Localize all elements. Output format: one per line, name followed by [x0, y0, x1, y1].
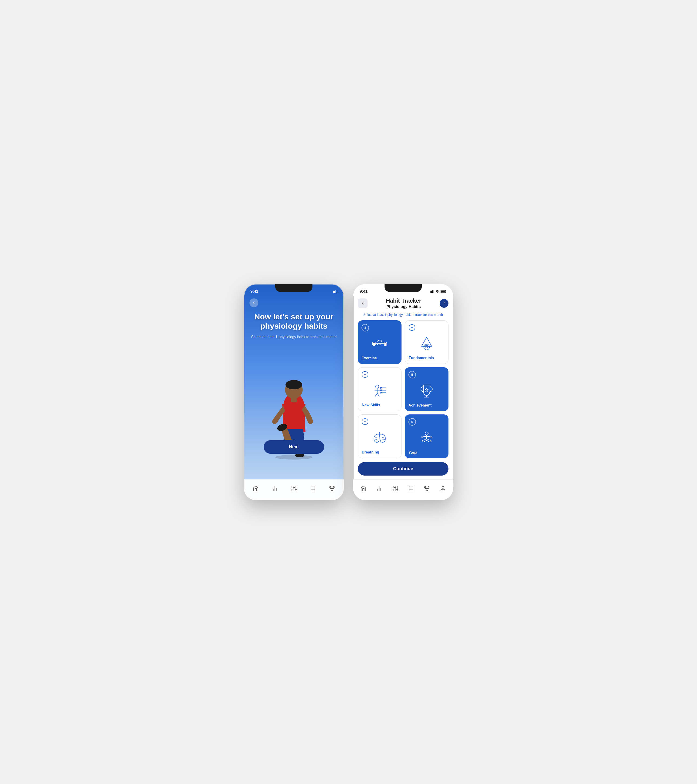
- svg-rect-1: [334, 290, 335, 293]
- status-bar-2: 9:41: [353, 284, 453, 296]
- nav-book-2[interactable]: [406, 483, 416, 494]
- phone-onboarding: 9:41 Now let's set up your physiology ha: [244, 284, 344, 500]
- svg-line-47: [375, 394, 377, 397]
- achievement-label: Achievement: [409, 403, 432, 407]
- new-skills-badge: [362, 371, 368, 378]
- achievement-badge: 5: [409, 371, 416, 379]
- bottom-nav-2: [353, 479, 453, 500]
- svg-rect-25: [430, 291, 430, 293]
- achievement-icon-area: [409, 380, 445, 402]
- nav-home-2[interactable]: [358, 483, 369, 494]
- back-button-2[interactable]: [358, 298, 367, 308]
- svg-point-59: [425, 432, 428, 435]
- nav-book-1[interactable]: [308, 483, 318, 494]
- status-icons-1: [333, 290, 337, 293]
- svg-rect-75: [426, 486, 428, 488]
- habit-grid: 4 Exercise: [353, 320, 453, 458]
- breathing-label: Breathing: [362, 450, 379, 455]
- nav-trophy-2[interactable]: [422, 483, 432, 494]
- back-button-1[interactable]: [249, 298, 258, 307]
- next-button[interactable]: Next: [264, 440, 324, 454]
- yoga-badge: 6: [409, 418, 416, 426]
- nav-chart-1[interactable]: [270, 483, 280, 494]
- habit-card-new-skills[interactable]: New Skills: [358, 367, 402, 411]
- phone2-header: Habit Tracker Physiology Habits i: [353, 296, 453, 313]
- continue-label: Continue: [393, 466, 414, 471]
- bottom-nav-1: [244, 479, 344, 500]
- fundamentals-icon-area: [409, 333, 445, 354]
- status-icons-2: [430, 290, 447, 293]
- nav-person-2[interactable]: [438, 483, 448, 494]
- status-bar-1: 9:41: [244, 284, 344, 296]
- onboarding-text: Now let's set up your physiology habits …: [244, 307, 344, 340]
- exercise-icon-area: [361, 333, 398, 354]
- nav-sliders-2[interactable]: [390, 483, 400, 494]
- breathing-badge: [362, 418, 368, 425]
- breathing-icon-area: [362, 427, 397, 448]
- onboarding-subtitle: Select at least 1 physiology habit to tr…: [250, 334, 337, 339]
- page-subtitle: Physiology Habits: [370, 305, 437, 309]
- nav-sliders-1[interactable]: [289, 483, 299, 494]
- nav-chart-2[interactable]: [374, 483, 384, 494]
- svg-point-10: [295, 453, 304, 457]
- new-skills-icon-area: [362, 380, 397, 401]
- nav-home-1[interactable]: [250, 483, 261, 494]
- svg-point-44: [376, 385, 379, 389]
- habit-card-exercise[interactable]: 4 Exercise: [358, 320, 402, 364]
- exercise-badge: 4: [361, 324, 369, 331]
- habit-card-fundamentals[interactable]: Fundamentals: [405, 320, 448, 364]
- fundamentals-badge: [409, 324, 415, 331]
- habit-card-achievement[interactable]: 5 Achievement: [405, 367, 448, 411]
- yoga-label: Yoga: [409, 450, 417, 455]
- svg-rect-32: [441, 290, 445, 292]
- time-1: 9:41: [250, 289, 258, 294]
- svg-point-76: [442, 486, 444, 488]
- next-button-label: Next: [289, 444, 299, 450]
- svg-rect-27: [432, 290, 433, 293]
- svg-rect-0: [333, 291, 334, 293]
- new-skills-label: New Skills: [362, 403, 380, 407]
- info-button[interactable]: i: [440, 299, 448, 308]
- fundamentals-label: Fundamentals: [409, 356, 434, 360]
- phones-container: 9:41 Now let's set up your physiology ha: [244, 284, 453, 500]
- header-title-block: Habit Tracker Physiology Habits: [370, 298, 437, 309]
- svg-rect-2: [336, 290, 336, 293]
- instruction-text: Select at least 1 physiology habit to tr…: [353, 313, 453, 320]
- svg-rect-3: [337, 290, 337, 293]
- continue-button[interactable]: Continue: [358, 462, 448, 476]
- info-icon: i: [443, 301, 445, 305]
- onboarding-headline: Now let's set up your physiology habits: [250, 312, 337, 331]
- time-2: 9:41: [360, 289, 367, 294]
- svg-line-48: [377, 394, 379, 397]
- phone1-content: Now let's set up your physiology habits …: [244, 296, 344, 479]
- svg-point-54: [381, 392, 382, 393]
- yoga-icon-area: [409, 427, 445, 449]
- svg-rect-26: [431, 290, 432, 293]
- page-title: Habit Tracker: [370, 298, 437, 304]
- phone-habit-tracker: 9:41: [353, 284, 453, 500]
- habit-card-breathing[interactable]: Breathing: [358, 414, 402, 458]
- svg-point-7: [285, 380, 302, 389]
- nav-trophy-1[interactable]: [327, 483, 337, 494]
- exercise-label: Exercise: [361, 356, 377, 360]
- svg-rect-36: [384, 343, 386, 344]
- svg-rect-24: [331, 486, 333, 488]
- svg-rect-8: [291, 397, 297, 402]
- svg-point-29: [437, 292, 438, 293]
- habit-card-yoga[interactable]: 6: [405, 414, 448, 458]
- svg-rect-35: [373, 343, 375, 344]
- svg-rect-28: [433, 290, 434, 293]
- svg-rect-31: [446, 291, 447, 292]
- svg-point-4: [275, 455, 313, 460]
